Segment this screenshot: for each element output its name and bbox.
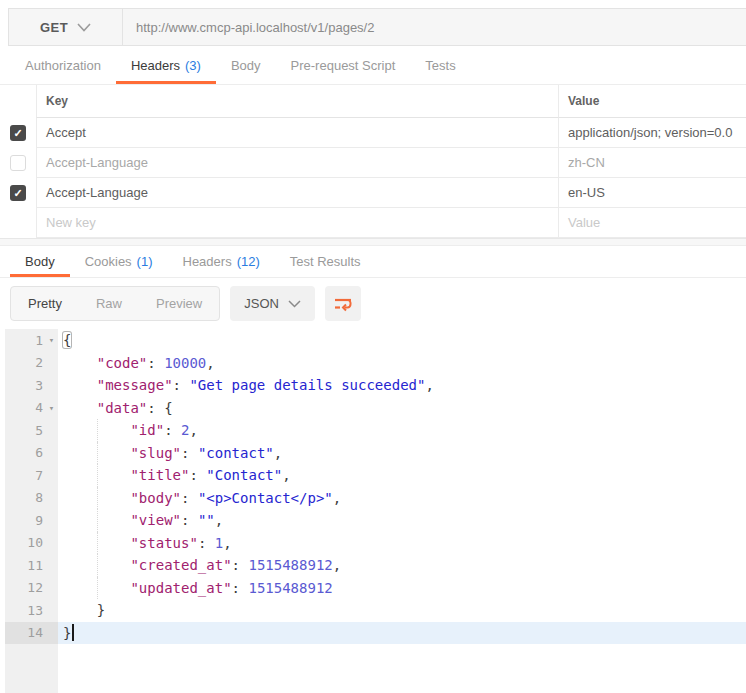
gutter-cell: 2 [5, 352, 58, 375]
view-mode-pretty[interactable]: Pretty [11, 287, 79, 320]
response-tab-test-results[interactable]: Test Results [275, 246, 376, 277]
code-content: "status": 1, [58, 532, 746, 555]
line-number: 8 [5, 490, 45, 505]
token: , [333, 557, 341, 573]
tab-count-badge: (12) [237, 254, 260, 269]
line-number: 4 [5, 400, 45, 415]
method-dropdown[interactable]: GET [9, 9, 123, 45]
token: , [282, 467, 290, 483]
tab-count-badge: (3) [185, 58, 201, 73]
wrap-lines-icon [333, 296, 353, 312]
code-line[interactable]: 12 "updated_at": 1515488912 [0, 577, 746, 600]
gutter-cell: 6 [5, 442, 58, 465]
token: : [173, 377, 190, 393]
tab-label: Authorization [25, 58, 101, 73]
line-number: 14 [5, 625, 45, 640]
request-tab-headers[interactable]: Headers(3) [116, 46, 216, 84]
code-line[interactable]: 7 "title": "Contact", [0, 464, 746, 487]
code-line[interactable]: 8 "body": "<p>Contact</p>", [0, 487, 746, 510]
header-key-input[interactable]: Accept-Language [36, 178, 558, 208]
new-value-input[interactable]: Value [558, 208, 746, 238]
token: , [425, 377, 433, 393]
line-number: 12 [5, 580, 45, 595]
line-number: 3 [5, 378, 45, 393]
code-content: "slug": "contact", [58, 442, 746, 465]
row-checkbox[interactable]: ✓ [10, 185, 26, 201]
header-value-input[interactable]: en-US [558, 178, 746, 208]
code-content: } [58, 599, 746, 622]
code-line[interactable]: 9 "view": "", [0, 509, 746, 532]
response-tab-cookies[interactable]: Cookies(1) [70, 246, 168, 277]
response-tabs: BodyCookies(1)Headers(12)Test Results [0, 246, 746, 278]
code-content: } [58, 622, 746, 645]
indent-guide [97, 554, 98, 577]
code-content: "body": "<p>Contact</p>", [58, 487, 746, 510]
fold-arrow-icon[interactable]: ▾ [45, 335, 58, 345]
header-row: ✓Acceptapplication/json; version=0.0 [0, 118, 746, 148]
request-tab-pre-request-script[interactable]: Pre-request Script [276, 46, 411, 84]
wrap-lines-button[interactable] [325, 286, 361, 321]
token: "updated_at" [130, 580, 231, 596]
line-number: 7 [5, 468, 45, 483]
code-line[interactable]: 2 "code": 10000, [0, 352, 746, 375]
response-body-editor[interactable]: 1▾{2 "code": 10000,3 "message": "Get pag… [0, 329, 746, 693]
row-checkbox[interactable]: ✓ [10, 125, 26, 141]
format-label: JSON [244, 296, 279, 311]
code-line[interactable]: 11 "created_at": 1515488912, [0, 554, 746, 577]
token: "Get page details succeeded" [189, 377, 425, 393]
code-line[interactable]: 6 "slug": "contact", [0, 442, 746, 465]
line-number: 5 [5, 423, 45, 438]
row-checkbox[interactable] [10, 155, 26, 171]
code-line[interactable]: 3 "message": "Get page details succeeded… [0, 374, 746, 397]
token: 2 [181, 422, 189, 438]
code-content: "view": "", [58, 509, 746, 532]
tab-label: Pre-request Script [291, 58, 396, 73]
gutter-cell: 12 [5, 577, 58, 600]
code-content: "updated_at": 1515488912 [58, 577, 746, 600]
code-line[interactable]: 5 "id": 2, [0, 419, 746, 442]
code-line[interactable]: 14} [0, 622, 746, 645]
tab-label: Cookies [85, 254, 132, 269]
token: : [147, 355, 164, 371]
token: 1 [215, 535, 223, 551]
indent-guide [97, 464, 98, 487]
editor-filler [0, 644, 746, 693]
token: "view" [130, 512, 181, 528]
response-tab-body[interactable]: Body [10, 246, 70, 277]
indent-guide [97, 532, 98, 555]
token: "slug" [130, 445, 181, 461]
token: : [232, 557, 249, 573]
new-key-input[interactable]: New key [36, 208, 558, 238]
token: "message" [97, 377, 173, 393]
view-mode-raw[interactable]: Raw [79, 287, 139, 320]
header-key-input[interactable]: Accept-Language [36, 148, 558, 178]
request-tab-body[interactable]: Body [216, 46, 276, 84]
url-input[interactable]: http://www.cmcp-api.localhost/v1/pages/2 [123, 9, 746, 45]
view-mode-switcher: PrettyRawPreview [10, 286, 220, 321]
token: 1515488912 [248, 580, 332, 596]
code-line[interactable]: 4▾ "data": { [0, 397, 746, 420]
code-line[interactable]: 13 } [0, 599, 746, 622]
code-content: "id": 2, [58, 419, 746, 442]
token: : [181, 490, 198, 506]
fold-arrow-icon[interactable]: ▾ [45, 403, 58, 413]
code-line[interactable]: 10 "status": 1, [0, 532, 746, 555]
request-tab-tests[interactable]: Tests [410, 46, 470, 84]
request-bar-container: GET http://www.cmcp-api.localhost/v1/pag… [0, 0, 746, 46]
code-line[interactable]: 1▾{ [0, 329, 746, 352]
format-dropdown[interactable]: JSON [230, 286, 315, 321]
token: "data" [97, 400, 148, 416]
header-value-input[interactable]: zh-CN [558, 148, 746, 178]
view-mode-preview[interactable]: Preview [139, 287, 219, 320]
header-key-input[interactable]: Accept [36, 118, 558, 148]
checkbox-cell: ✓ [0, 178, 36, 208]
code-content: { [58, 329, 746, 352]
line-number: 11 [5, 558, 45, 573]
new-row-checkbox-slot [0, 208, 36, 238]
token: , [206, 355, 214, 371]
tab-label: Headers [183, 254, 232, 269]
request-tab-authorization[interactable]: Authorization [10, 46, 116, 84]
header-value-input[interactable]: application/json; version=0.0 [558, 118, 746, 148]
response-tab-headers[interactable]: Headers(12) [168, 246, 275, 277]
value-column-header: Value [558, 85, 746, 118]
